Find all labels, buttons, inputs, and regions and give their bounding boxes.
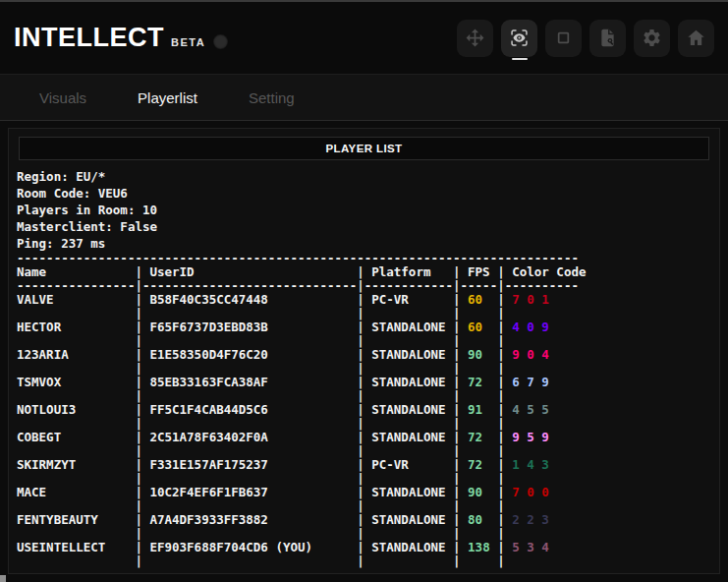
player-color-code-cell: 2 2 3 xyxy=(512,512,549,527)
player-userid-cell: A7A4DF3933FF3882 | xyxy=(149,512,371,527)
tab-setting[interactable]: Setting xyxy=(235,89,308,106)
player-name-cell: NOTLOUI3 | xyxy=(17,402,149,417)
player-color-code-cell: 7 0 1 xyxy=(512,292,549,307)
resize-grip[interactable] xyxy=(0,575,6,582)
player-name-cell: SKIRMZYT | xyxy=(17,457,149,472)
table-pipe-row: | | | | xyxy=(17,444,711,458)
info-ping: Ping: 237 ms xyxy=(17,235,711,252)
player-row: 123ARIA | E1E58350D4F76C20 | STANDALONE … xyxy=(17,348,711,362)
esp-visuals-button[interactable] xyxy=(501,20,537,57)
player-userid-cell: 85EB33163FCA38AF | xyxy=(149,375,371,389)
box-esp-button[interactable] xyxy=(545,20,582,57)
content-area: PLAYER LIST Region: EU/* Room Code: VEU6… xyxy=(0,121,728,574)
table-header-text: Name | UserID | Platform | FPS | Color C… xyxy=(17,264,586,279)
home-icon xyxy=(686,28,706,48)
home-button[interactable] xyxy=(678,20,714,57)
player-color-code-cell: 4 5 5 xyxy=(512,402,549,417)
file-wrench-icon xyxy=(597,28,618,48)
table-header-divider: ----------------|-----------------------… xyxy=(17,279,711,293)
player-row: SKIRMZYT | F331E157AF175237 | PC-VR | 72… xyxy=(17,458,711,472)
script-button[interactable] xyxy=(589,20,626,57)
square-icon xyxy=(553,28,574,48)
table-pipe-row: | | | | xyxy=(17,362,711,376)
table-pipe-row: | | | | xyxy=(17,554,711,568)
move-button[interactable] xyxy=(457,20,493,57)
gear-icon xyxy=(642,28,662,48)
tab-bar: Visuals Playerlist Setting xyxy=(0,74,728,121)
esp-eye-icon xyxy=(509,28,530,48)
player-row: MACE | 10C2F4EF6F1FB637 | STANDALONE | 9… xyxy=(17,486,711,499)
player-fps-cell: 72 xyxy=(468,375,497,389)
player-row: NOTLOUI3 | FF5C1F4CAB44D5C6 | STANDALONE… xyxy=(17,403,711,417)
player-platform-cell: STANDALONE | xyxy=(371,430,468,444)
player-name-cell: COBEGT | xyxy=(17,430,149,444)
player-color-code-cell: 9 5 9 xyxy=(512,430,549,444)
player-name-cell: HECTOR | xyxy=(17,320,149,334)
player-name-cell: VALVE | xyxy=(17,292,149,307)
player-platform-cell: PC-VR | xyxy=(371,457,468,472)
table-top-divider: ----------------------------------------… xyxy=(17,252,711,265)
player-name-cell: 123ARIA | xyxy=(17,347,149,362)
player-name-cell: MACE | xyxy=(17,485,149,499)
player-fps-cell: 91 xyxy=(468,402,497,417)
player-row: USEINTELLECT | EF903F688F704CD6 (YOU) | … xyxy=(17,541,711,554)
table-pipe-row: | | | | xyxy=(17,527,711,541)
player-fps-cell: 72 xyxy=(468,430,497,444)
player-userid-cell: FF5C1F4CAB44D5C6 | xyxy=(149,402,371,417)
player-fps-cell: 60 xyxy=(468,320,497,334)
player-fps-cell: 72 xyxy=(468,457,497,472)
player-color-code-cell: 9 0 4 xyxy=(512,347,549,362)
playerlist-console: Region: EU/* Room Code: VEU6 Players in … xyxy=(9,164,719,568)
player-platform-cell: STANDALONE | xyxy=(371,485,468,499)
player-userid-cell: 2C51A78F63402F0A | xyxy=(149,430,371,444)
playerlist-panel: PLAYER LIST Region: EU/* Room Code: VEU6… xyxy=(8,128,720,574)
brand-logo: INTELLECT xyxy=(14,23,164,53)
player-fps-cell: 90 xyxy=(468,485,497,499)
player-platform-cell: STANDALONE | xyxy=(371,320,468,334)
table-header-row: Name | UserID | Platform | FPS | Color C… xyxy=(17,265,711,279)
settings-button[interactable] xyxy=(634,20,670,57)
player-platform-cell: STANDALONE | xyxy=(371,512,468,527)
table-pipe-row: | | | | xyxy=(17,307,711,320)
player-fps-cell: 90 xyxy=(468,347,497,362)
player-table: ----------------------------------------… xyxy=(17,252,711,568)
player-color-code-cell: 5 3 4 xyxy=(512,540,549,554)
player-color-code-cell: 1 4 3 xyxy=(512,457,549,472)
player-fps-cell: 138 xyxy=(468,540,497,554)
player-row: TSMVOX | 85EB33163FCA38AF | STANDALONE |… xyxy=(17,376,711,389)
tab-visuals[interactable]: Visuals xyxy=(26,89,100,106)
table-pipe-row: | | | | xyxy=(17,472,711,486)
player-name-cell: FENTYBEAUTY | xyxy=(17,512,149,527)
player-row: COBEGT | 2C51A78F63402F0A | STANDALONE |… xyxy=(17,431,711,444)
player-userid-cell: F331E157AF175237 | xyxy=(149,457,371,472)
player-platform-cell: PC-VR | xyxy=(371,292,468,307)
player-row: HECTOR | F65F6737D3EBD83B | STANDALONE |… xyxy=(17,320,711,334)
info-region: Region: EU/* xyxy=(17,168,711,185)
table-pipe-row: | | | | xyxy=(17,417,711,431)
player-color-code-cell: 7 0 0 xyxy=(512,485,549,499)
info-room-code: Room Code: VEU6 xyxy=(17,185,711,202)
beta-badge: BETA xyxy=(171,36,205,48)
player-userid-cell: B58F40C35CC47448 | xyxy=(149,292,371,307)
info-players-in-room: Players in Room: 10 xyxy=(17,202,711,218)
player-color-code-cell: 4 0 9 xyxy=(512,320,549,334)
beta-toggle-dot[interactable] xyxy=(213,34,228,49)
table-pipe-row: | | | | xyxy=(17,389,711,403)
player-userid-cell: F65F6737D3EBD83B | xyxy=(149,320,371,334)
player-platform-cell: STANDALONE | xyxy=(371,402,468,417)
player-fps-cell: 60 xyxy=(468,292,497,307)
panel-title: PLAYER LIST xyxy=(19,137,709,160)
player-platform-cell: STANDALONE | xyxy=(371,347,468,362)
player-platform-cell: STANDALONE | xyxy=(371,375,468,389)
player-color-code-cell: 6 7 9 xyxy=(512,375,549,389)
player-name-cell: TSMVOX | xyxy=(17,375,149,389)
intellect-window: { "header": { "brand": "INTELLECT", "bad… xyxy=(0,0,728,582)
player-userid-cell: E1E58350D4F76C20 | xyxy=(149,347,371,362)
player-row: FENTYBEAUTY | A7A4DF3933FF3882 | STANDAL… xyxy=(17,513,711,527)
info-masterclient: Masterclient: False xyxy=(17,218,711,235)
player-name-cell: USEINTELLECT | xyxy=(17,540,149,554)
player-userid-cell: 10C2F4EF6F1FB637 | xyxy=(149,485,371,499)
player-userid-cell: EF903F688F704CD6 (YOU) | xyxy=(149,540,371,554)
app-header: INTELLECT BETA xyxy=(0,2,728,74)
tab-playerlist[interactable]: Playerlist xyxy=(124,89,211,106)
